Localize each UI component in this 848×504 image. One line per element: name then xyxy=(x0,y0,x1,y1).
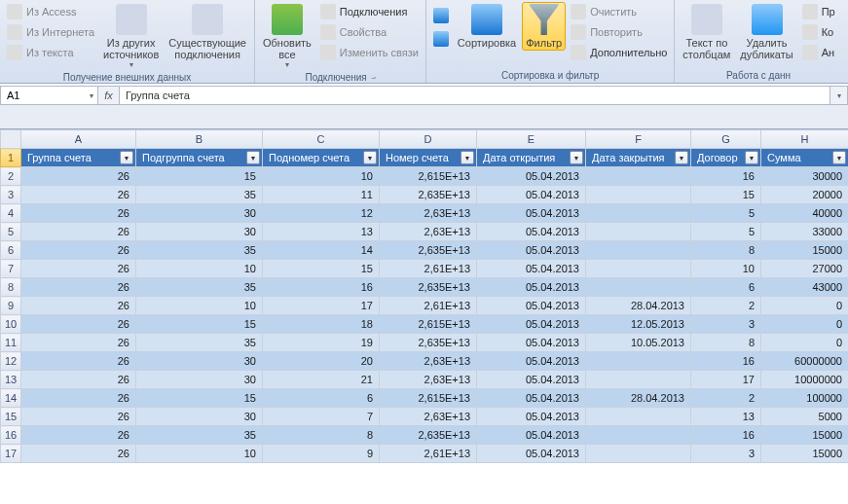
table-cell[interactable]: 26 xyxy=(21,408,136,426)
table-cell[interactable] xyxy=(586,241,691,260)
table-cell[interactable] xyxy=(586,445,691,463)
table-cell[interactable]: 3 xyxy=(691,315,761,334)
table-cell[interactable]: 2,63E+13 xyxy=(380,408,477,426)
table-cell[interactable]: 30 xyxy=(136,204,263,223)
table-cell[interactable]: 8 xyxy=(263,426,380,445)
row-header[interactable]: 10 xyxy=(1,315,21,334)
table-cell[interactable]: 16 xyxy=(691,167,761,186)
table-cell[interactable]: 26 xyxy=(21,260,136,278)
table-cell[interactable]: 26 xyxy=(21,389,136,408)
table-cell[interactable]: 27000 xyxy=(761,260,849,278)
edit-links-button[interactable]: Изменить связи xyxy=(317,43,422,62)
table-cell[interactable] xyxy=(586,371,691,389)
table-cell[interactable]: 26 xyxy=(21,352,136,371)
row-header[interactable]: 2 xyxy=(1,167,21,186)
table-cell[interactable] xyxy=(586,352,691,371)
table-cell[interactable]: 15000 xyxy=(761,241,849,260)
table-column-header[interactable]: Группа счета▼ xyxy=(21,149,136,167)
row-header[interactable]: 1 xyxy=(1,149,21,167)
table-cell[interactable]: 15 xyxy=(691,186,761,204)
filter-dropdown-icon[interactable]: ▼ xyxy=(675,151,688,164)
table-cell[interactable]: 2,635E+13 xyxy=(380,241,477,260)
table-cell[interactable]: 26 xyxy=(21,167,136,186)
table-cell[interactable]: 2,61E+13 xyxy=(380,260,477,278)
table-cell[interactable]: 30 xyxy=(136,352,263,371)
table-cell[interactable]: 26 xyxy=(21,371,136,389)
table-cell[interactable]: 26 xyxy=(21,297,136,315)
table-cell[interactable]: 2,615E+13 xyxy=(380,167,477,186)
row-header[interactable]: 9 xyxy=(1,297,21,315)
table-column-header[interactable]: Подномер счета▼ xyxy=(263,149,380,167)
table-cell[interactable]: 5000 xyxy=(761,408,849,426)
table-cell[interactable]: 10 xyxy=(136,297,263,315)
table-cell[interactable]: 05.04.2013 xyxy=(477,260,586,278)
column-header[interactable]: H xyxy=(761,130,849,149)
table-cell[interactable]: 12 xyxy=(263,204,380,223)
filter-dropdown-icon[interactable]: ▼ xyxy=(363,151,377,164)
table-cell[interactable]: 10 xyxy=(136,260,263,278)
table-cell[interactable]: 05.04.2013 xyxy=(477,297,586,315)
table-cell[interactable]: 6 xyxy=(263,389,380,408)
table-cell[interactable] xyxy=(586,408,691,426)
table-cell[interactable]: 15 xyxy=(136,167,263,186)
table-cell[interactable]: 11 xyxy=(263,186,380,204)
table-cell[interactable]: 30 xyxy=(136,223,263,241)
table-cell[interactable]: 0 xyxy=(761,334,849,352)
table-cell[interactable]: 12.05.2013 xyxy=(586,315,691,334)
table-cell[interactable]: 0 xyxy=(761,315,849,334)
row-header[interactable]: 6 xyxy=(1,241,21,260)
filter-dropdown-icon[interactable]: ▼ xyxy=(570,151,583,164)
table-cell[interactable]: 5 xyxy=(691,204,761,223)
table-cell[interactable]: 15000 xyxy=(761,445,849,463)
table-cell[interactable]: 20000 xyxy=(761,186,849,204)
table-cell[interactable]: 21 xyxy=(263,371,380,389)
row-header[interactable]: 14 xyxy=(1,389,21,408)
table-cell[interactable]: 10.05.2013 xyxy=(586,334,691,352)
table-cell[interactable]: 17 xyxy=(691,371,761,389)
table-cell[interactable]: 13 xyxy=(263,223,380,241)
table-cell[interactable]: 6 xyxy=(691,278,761,297)
filter-dropdown-icon[interactable]: ▼ xyxy=(832,151,846,164)
table-cell[interactable]: 20 xyxy=(263,352,380,371)
table-column-header[interactable]: Дата закрытия▼ xyxy=(586,149,691,167)
table-cell[interactable] xyxy=(586,204,691,223)
table-cell[interactable]: 2,635E+13 xyxy=(380,426,477,445)
row-header[interactable]: 8 xyxy=(1,278,21,297)
table-cell[interactable]: 35 xyxy=(136,426,263,445)
table-cell[interactable]: 2,635E+13 xyxy=(380,278,477,297)
table-cell[interactable]: 10000000 xyxy=(761,371,849,389)
table-cell[interactable]: 05.04.2013 xyxy=(477,334,586,352)
table-cell[interactable]: 40000 xyxy=(761,204,849,223)
filter-button[interactable]: Фильтр xyxy=(522,2,566,51)
table-cell[interactable]: 26 xyxy=(21,278,136,297)
table-cell[interactable]: 30 xyxy=(136,371,263,389)
row-header[interactable]: 7 xyxy=(1,260,21,278)
table-cell[interactable] xyxy=(586,167,691,186)
row-header[interactable]: 16 xyxy=(1,426,21,445)
spreadsheet-grid[interactable]: ABCDEFGH1Группа счета▼Подгруппа счета▼По… xyxy=(0,129,848,463)
table-cell[interactable]: 26 xyxy=(21,204,136,223)
table-cell[interactable]: 05.04.2013 xyxy=(477,408,586,426)
table-cell[interactable]: 10 xyxy=(691,260,761,278)
row-header[interactable]: 17 xyxy=(1,445,21,463)
table-cell[interactable] xyxy=(586,278,691,297)
table-cell[interactable]: 14 xyxy=(263,241,380,260)
table-cell[interactable]: 100000 xyxy=(761,389,849,408)
table-cell[interactable]: 10 xyxy=(136,445,263,463)
table-cell[interactable]: 17 xyxy=(263,297,380,315)
filter-dropdown-icon[interactable]: ▼ xyxy=(120,151,133,164)
table-cell[interactable] xyxy=(586,426,691,445)
table-cell[interactable]: 16 xyxy=(691,426,761,445)
properties-button[interactable]: Свойства xyxy=(317,22,422,42)
table-cell[interactable]: 0 xyxy=(761,297,849,315)
table-cell[interactable]: 26 xyxy=(21,223,136,241)
from-text-button[interactable]: Из текста xyxy=(4,43,97,62)
table-cell[interactable]: 05.04.2013 xyxy=(477,223,586,241)
connections-button[interactable]: Подключения xyxy=(317,2,422,21)
refresh-all-button[interactable]: Обновитьвсе xyxy=(259,2,315,71)
table-cell[interactable]: 26 xyxy=(21,186,136,204)
column-header[interactable]: B xyxy=(136,130,263,149)
table-cell[interactable]: 28.04.2013 xyxy=(586,297,691,315)
row-header[interactable]: 3 xyxy=(1,186,21,204)
from-access-button[interactable]: Из Access xyxy=(4,2,97,21)
